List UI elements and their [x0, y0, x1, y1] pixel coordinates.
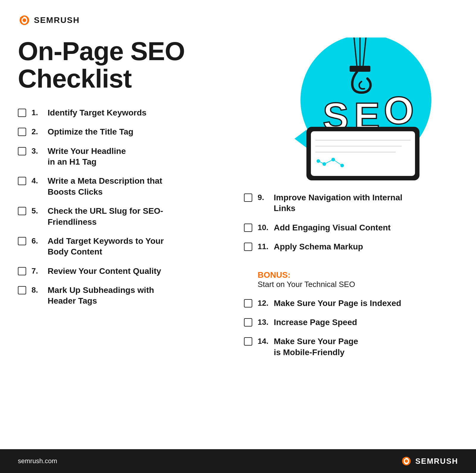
- item-number-13: 13.: [258, 318, 268, 327]
- checklist-item-2: 2. Optimize the Title Tag: [18, 127, 232, 137]
- checkbox-7[interactable]: [18, 267, 26, 275]
- right-checklist: 9. Improve Navigation with Internal Link…: [244, 192, 458, 252]
- checklist-item-3: 3. Write Your Headline in an H1 Tag: [18, 146, 232, 168]
- footer: semrush.com SEMRUSH: [0, 449, 476, 473]
- seo-illustration: S E O: [259, 38, 443, 186]
- checkbox-10[interactable]: [244, 224, 252, 232]
- item-number-4: 4.: [32, 176, 42, 185]
- bonus-label: BONUS:: [258, 270, 290, 280]
- bonus-checklist: 12. Make Sure Your Page is Indexed 13. I…: [244, 298, 458, 358]
- item-text-13: Increase Page Speed: [274, 317, 357, 328]
- footer-logo-icon: [400, 456, 412, 466]
- item-text-7: Review Your Content Quality: [48, 266, 161, 277]
- checklist-item-11: 11. Apply Schema Markup: [244, 241, 458, 252]
- item-number-11: 11.: [258, 242, 268, 251]
- item-number-6: 6.: [32, 236, 42, 246]
- item-number-14: 14.: [258, 337, 268, 346]
- item-number-3: 3.: [32, 146, 42, 156]
- checklist-item-14: 14. Make Sure Your Page is Mobile-Friend…: [244, 336, 458, 358]
- main-layout: On-Page SEO Checklist 1. Identify Target…: [18, 38, 458, 440]
- checkbox-13[interactable]: [244, 318, 252, 327]
- checkbox-2[interactable]: [18, 128, 26, 136]
- checklist-item-5: 5. Check the URL Slug for SEO- Friendlin…: [18, 206, 232, 227]
- svg-text:O: O: [384, 89, 414, 132]
- checklist-item-4: 4. Write a Meta Description that Boosts …: [18, 176, 232, 197]
- logo-text: SEMRUSH: [34, 15, 80, 25]
- checklist-item-9: 9. Improve Navigation with Internal Link…: [244, 192, 458, 214]
- footer-url: semrush.com: [18, 457, 57, 465]
- item-text-1: Identify Target Keywords: [48, 107, 146, 118]
- checklist-item-1: 1. Identify Target Keywords: [18, 107, 232, 118]
- svg-rect-7: [350, 66, 370, 72]
- item-number-12: 12.: [258, 299, 268, 308]
- item-text-3: Write Your Headline in an H1 Tag: [48, 146, 126, 168]
- item-text-6: Add Target Keywords to Your Body Content: [48, 236, 164, 257]
- checklist-item-10: 10. Add Engaging Visual Content: [244, 222, 458, 233]
- item-number-7: 7.: [32, 266, 42, 276]
- item-number-1: 1.: [32, 108, 42, 117]
- left-column: On-Page SEO Checklist 1. Identify Target…: [18, 38, 232, 440]
- checkbox-3[interactable]: [18, 147, 26, 155]
- checkbox-9[interactable]: [244, 193, 252, 202]
- checkbox-6[interactable]: [18, 237, 26, 245]
- item-number-5: 5.: [32, 206, 42, 216]
- bonus-subtitle: Start on Your Technical SEO: [258, 280, 355, 289]
- svg-point-2: [23, 18, 26, 22]
- item-text-4: Write a Meta Description that Boosts Cli…: [48, 176, 162, 197]
- item-text-12: Make Sure Your Page is Indexed: [274, 298, 401, 309]
- item-number-10: 10.: [258, 223, 268, 232]
- item-text-11: Apply Schema Markup: [274, 241, 363, 252]
- checklist-item-6: 6. Add Target Keywords to Your Body Cont…: [18, 236, 232, 257]
- item-text-2: Optimize the Title Tag: [48, 127, 133, 137]
- checkbox-14[interactable]: [244, 337, 252, 346]
- checkbox-5[interactable]: [18, 207, 26, 215]
- left-checklist: 1. Identify Target Keywords 2. Optimize …: [18, 107, 232, 307]
- item-number-8: 8.: [32, 285, 42, 295]
- illustration-area: S E O: [244, 38, 458, 186]
- svg-rect-12: [311, 131, 415, 176]
- right-column: S E O: [244, 38, 458, 440]
- checkbox-12[interactable]: [244, 299, 252, 307]
- item-text-10: Add Engaging Visual Content: [274, 222, 391, 233]
- svg-marker-23: [295, 130, 306, 148]
- footer-logo: SEMRUSH: [400, 456, 458, 466]
- item-number-2: 2.: [32, 127, 42, 136]
- checkbox-4[interactable]: [18, 177, 26, 185]
- item-text-5: Check the URL Slug for SEO- Friendliness: [48, 206, 163, 227]
- footer-logo-text: SEMRUSH: [415, 457, 458, 466]
- logo-header: SEMRUSH: [18, 15, 458, 26]
- checklist-item-8: 8. Mark Up Subheadings with Header Tags: [18, 285, 232, 307]
- item-number-9: 9.: [258, 193, 268, 202]
- item-text-14: Make Sure Your Page is Mobile-Friendly: [274, 336, 358, 358]
- checkbox-1[interactable]: [18, 109, 26, 117]
- item-text-8: Mark Up Subheadings with Header Tags: [48, 285, 154, 307]
- checklist-item-12: 12. Make Sure Your Page is Indexed: [244, 298, 458, 309]
- checklist-item-13: 13. Increase Page Speed: [244, 317, 458, 328]
- checkbox-11[interactable]: [244, 243, 252, 251]
- svg-point-26: [405, 460, 408, 463]
- page-title: On-Page SEO Checklist: [18, 38, 232, 93]
- semrush-logo-icon: [18, 15, 31, 26]
- checkbox-8[interactable]: [18, 286, 26, 294]
- checklist-item-7: 7. Review Your Content Quality: [18, 266, 232, 277]
- bonus-section: BONUS: Start on Your Technical SEO: [244, 261, 458, 292]
- item-text-9: Improve Navigation with Internal Links: [274, 192, 403, 214]
